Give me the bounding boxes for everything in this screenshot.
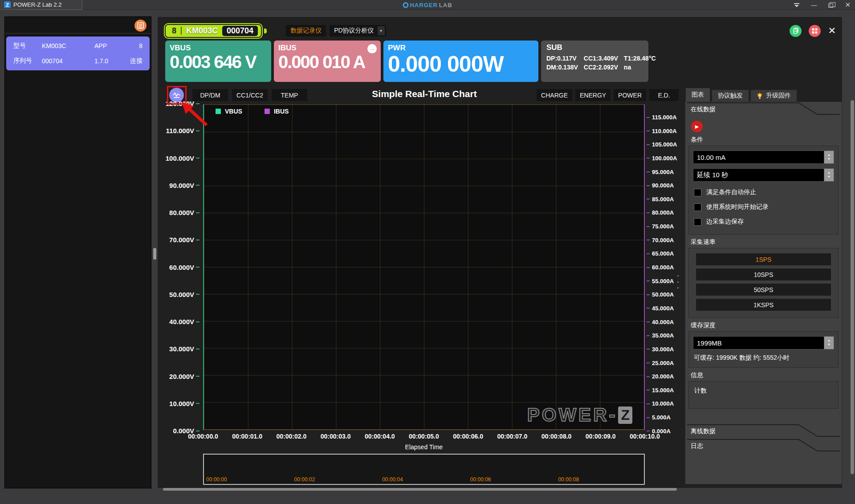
chart-tabs: DP/DMCC1/CC2TEMP xyxy=(192,89,307,101)
sidebar-toolbar xyxy=(5,17,151,34)
voltage-axis: 120.000V110.000V100.000V90.000V80.000V70… xyxy=(158,100,200,435)
minimize-icon[interactable]: — xyxy=(811,2,817,8)
pd-analyzer-button[interactable]: PD协议分析仪 ▼ xyxy=(330,25,386,37)
legend-item-ibus[interactable]: IBUS xyxy=(265,108,289,115)
current-threshold-stepper[interactable]: ▲ ▼ xyxy=(824,150,834,164)
stepper-down-icon[interactable]: ▼ xyxy=(827,343,831,347)
online-data-header[interactable]: 在线数据 xyxy=(687,102,840,117)
chart-mode-button[interactable]: ENERGY xyxy=(575,89,611,101)
duration-spinbox: ▲ ▼ xyxy=(693,168,834,182)
sidebar-splitter-handle[interactable] xyxy=(153,248,156,260)
checkbox-row[interactable]: 满足条件自动停止 xyxy=(694,188,833,196)
polarity-arrow-icon[interactable]: → xyxy=(367,44,377,53)
window-vertical-scrollbar[interactable] xyxy=(851,100,854,474)
current-axis-tick: 100.000A xyxy=(647,155,677,162)
legend-item-vbus[interactable]: VBUS xyxy=(216,108,242,115)
timeline-label: 00:00:08 xyxy=(558,476,579,483)
device-card[interactable]: 型号 KM003C APP 8 序列号 000704 1.7.0 连接 xyxy=(6,37,150,70)
buffer-depth-spinbox: ▲ ▼ xyxy=(693,336,834,350)
tab-firmware-upgrade[interactable]: 升级固件 xyxy=(750,89,797,102)
voltage-axis-tick: 100.000V xyxy=(166,154,200,162)
chevron-down-icon[interactable]: ▼ xyxy=(378,26,385,35)
window-menu-icon[interactable] xyxy=(794,3,799,7)
horizontal-scrollbar[interactable] xyxy=(163,488,677,491)
current-threshold-spinbox: ▲ ▼ xyxy=(693,150,834,164)
current-axis-tick: 30.000A xyxy=(647,346,674,353)
chart-tab[interactable]: DP/DM xyxy=(192,89,228,101)
chart-tab[interactable]: TEMP xyxy=(272,89,307,101)
offline-data-header[interactable]: 离线数据 xyxy=(687,424,840,439)
online-data-label: 在线数据 xyxy=(691,106,716,114)
chart-mode-button[interactable]: E.D. xyxy=(649,89,679,101)
section-header-decoration xyxy=(687,439,840,453)
tab-chart[interactable]: 图表 xyxy=(685,88,710,102)
window-controls: — ✕ xyxy=(794,0,851,10)
tab-protocol-trigger[interactable]: 协议触发 xyxy=(712,89,749,102)
checkbox-row[interactable]: 使用系统时间开始记录 xyxy=(694,203,833,211)
stepper-down-icon[interactable]: ▼ xyxy=(827,175,831,179)
lightbulb-icon xyxy=(757,92,763,99)
vbus-swatch-icon xyxy=(216,109,221,114)
sample-rate-button[interactable]: 10SPS xyxy=(696,268,831,280)
stepper-down-icon[interactable]: ▼ xyxy=(827,157,831,161)
restore-icon[interactable] xyxy=(828,4,833,8)
chargerlab-logo-icon xyxy=(403,2,408,8)
sub-card[interactable]: SUB DP:0.117V CC1:3.409V T1:28.48°C DM:0… xyxy=(541,41,648,82)
chart-mode-button[interactable]: POWER xyxy=(614,89,646,101)
panel-splitter-handle[interactable] xyxy=(677,275,679,289)
close-tab-icon[interactable]: ✕ xyxy=(828,25,836,36)
buffer-depth-stepper[interactable]: ▲ ▼ xyxy=(824,336,834,350)
stepper-up-icon[interactable]: ▲ xyxy=(827,339,831,343)
sub-dm-value: DM:0.138V xyxy=(546,64,578,71)
checkbox-row[interactable]: 边采集边保存 xyxy=(694,218,833,226)
timeline-scrollbar[interactable]: 00:00:0000:00:0200:00:0400:00:0600:00:08 xyxy=(203,454,645,485)
checkbox-unchecked-icon[interactable] xyxy=(694,189,701,196)
checkbox-label: 边采集边保存 xyxy=(706,218,744,226)
chart-tab[interactable]: CC1/CC2 xyxy=(232,89,268,101)
brand-charger-text: HARGER xyxy=(410,2,437,8)
pwr-value: 0.000 000W xyxy=(388,53,534,76)
buffer-depth-label: 缓存深度 xyxy=(691,321,839,329)
report-icon[interactable] xyxy=(790,25,802,37)
vbus-card[interactable]: VBUS 0.003 646 V xyxy=(165,41,271,82)
app-logo-icon: Z xyxy=(4,1,11,8)
sample-rate-button[interactable]: 50SPS xyxy=(696,284,831,296)
current-axis-tick: 65.000A xyxy=(647,250,674,257)
tab-chart-label: 图表 xyxy=(692,91,704,99)
checkbox-unchecked-icon[interactable] xyxy=(694,203,701,211)
timeline-label: 00:00:04 xyxy=(382,476,403,483)
start-record-button[interactable]: ▶ xyxy=(691,121,703,132)
metric-cards: VBUS 0.003 646 V IBUS → 0.000 010 A PWR … xyxy=(165,41,648,82)
close-window-icon[interactable]: ✕ xyxy=(845,1,851,9)
device-serial-label: 序列号 xyxy=(13,57,42,65)
current-axis-tick: 80.000A xyxy=(647,209,674,216)
sample-rate-button[interactable]: 1KSPS xyxy=(696,299,831,311)
current-axis-tick: 20.000A xyxy=(647,373,674,380)
current-threshold-input[interactable] xyxy=(693,150,824,164)
device-serial-value: 000704 xyxy=(42,57,94,65)
stepper-up-icon[interactable]: ▲ xyxy=(827,171,831,175)
duration-stepper[interactable]: ▲ ▼ xyxy=(824,168,834,182)
duration-input[interactable] xyxy=(693,168,824,182)
watermark-z-logo: Z xyxy=(618,406,632,424)
apps-grid-icon[interactable] xyxy=(809,25,821,37)
data-recorder-button[interactable]: 数据记录仪 xyxy=(286,25,326,37)
stepper-up-icon[interactable]: ▲ xyxy=(827,153,831,157)
checkbox-unchecked-icon[interactable] xyxy=(694,218,701,226)
chargerlab-brand: HARGER LAB xyxy=(403,0,452,10)
current-axis-tick: 15.000A xyxy=(647,387,674,394)
ibus-card[interactable]: IBUS → 0.000 010 A xyxy=(274,41,381,82)
pwr-card[interactable]: PWR 0.000 000W xyxy=(383,41,538,82)
chart-mode-button[interactable]: CHARGE xyxy=(537,89,572,101)
device-badge[interactable]: 8 KM003C 000704 xyxy=(165,24,262,38)
device-list-icon[interactable] xyxy=(134,20,147,32)
list-glyph xyxy=(137,22,144,29)
buffer-depth-input[interactable] xyxy=(693,336,824,350)
current-axis: 115.000A110.000A105.000A100.000A95.000A9… xyxy=(647,114,685,435)
plot-canvas[interactable]: VBUS IBUS POWER- Z xyxy=(203,104,645,430)
log-header[interactable]: 日志 xyxy=(687,439,840,453)
info-label: 信息 xyxy=(691,371,839,379)
chart-toolbar: DP/DMCC1/CC2TEMP Simple Real-Time Chart … xyxy=(167,88,682,104)
sample-rate-button[interactable]: 1SPS xyxy=(696,253,831,265)
sub-t1-value: T1:28.48°C xyxy=(624,55,656,62)
